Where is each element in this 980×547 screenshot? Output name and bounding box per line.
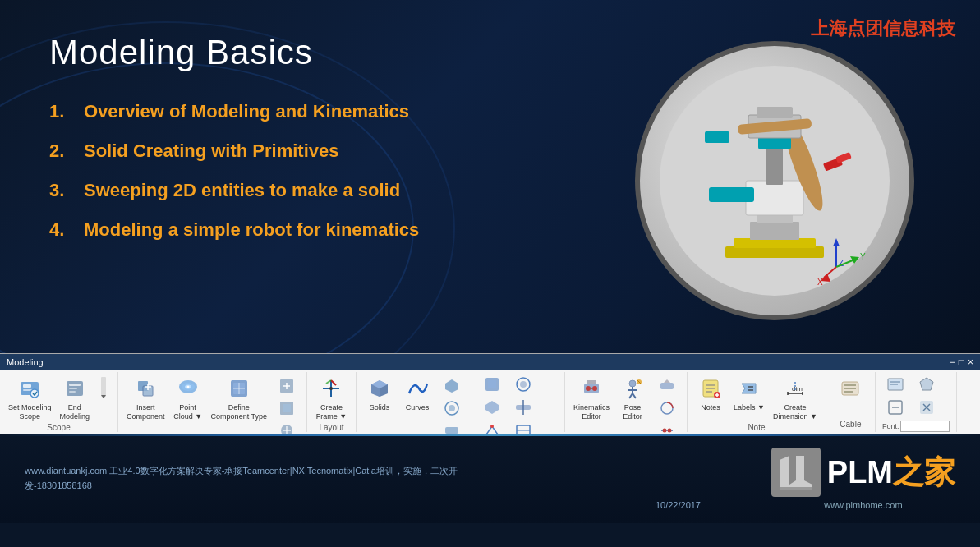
footer-website: www.diantuankj.com [25,466,107,476]
list-text-2: Solid Creating with Primitives [84,140,339,162]
svg-point-66 [449,405,455,411]
geometry-small-btn-2[interactable] [437,398,467,419]
list-text-1: Overview of Modeling and Kinematics [84,101,409,122]
geometry-small-btn-1[interactable] [437,375,467,397]
svg-point-59 [329,387,333,390]
create-frame-button[interactable]: CreateFrame ▼ [313,374,350,423]
pmi-btn-4[interactable] [912,397,941,418]
geometry-small-icon-1 [442,376,462,396]
svg-marker-118 [920,378,933,390]
create-dimension-button[interactable]: dim CreateDimension ▼ [770,374,821,423]
svg-rect-90 [660,383,674,389]
labels-icon [736,375,762,402]
set-modeling-scope-icon [16,375,43,402]
svg-rect-12 [757,107,793,118]
ribbon-group-scope: Set ModelingScope EndModeling [0,372,118,432]
plm-website: www.plmhome.com [824,500,902,510]
svg-point-94 [663,429,667,433]
entity-btn-3[interactable] [477,397,507,418]
notes-label: Notes [701,403,720,411]
component-small-btn-1[interactable] [272,375,301,397]
solids-button[interactable]: Solids [361,374,398,413]
labels-button[interactable]: Labels ▼ [730,374,768,413]
ribbon-group-pmi: Font: PMI [876,372,958,432]
pmi-btn-2[interactable] [912,374,941,395]
svg-marker-64 [445,379,458,393]
point-cloud-label: PointCloud ▼ [173,403,202,421]
svg-rect-32 [69,391,76,393]
pmi-btn-3[interactable] [881,397,910,418]
layout-group-label: Layout [319,423,343,434]
define-component-type-button[interactable]: DefineComponent Type [208,374,270,423]
svg-rect-69 [488,380,496,388]
ribbon-group-layout: CreateFrame ▼ Layout [307,372,357,432]
scope-group-label: Scope [47,423,70,434]
pmi-btn-1[interactable] [881,374,910,395]
component-small-btn-2[interactable] [272,398,301,419]
plm-logo-icon [771,448,821,497]
point-cloud-button[interactable]: PointCloud ▼ [170,374,206,423]
svg-point-28 [30,389,39,398]
insert-component-button[interactable]: InsertComponent [123,374,168,423]
set-modeling-scope-button[interactable]: Set ModelingScope [5,374,55,423]
plm-logo-text-area: PLM之家 [827,457,955,488]
notes-button[interactable]: Notes [692,374,729,413]
labels-label: Labels ▼ [734,403,765,411]
list-num-2: 2. [49,140,74,162]
component-small-icon-2 [277,398,297,418]
minimize-button[interactable]: − [950,356,955,368]
scope-dropdown-button[interactable] [94,374,113,403]
font-label: Font: [882,422,899,430]
svg-rect-5 [746,181,803,215]
svg-point-83 [629,380,636,387]
note-group-label: Note [748,423,765,434]
svg-rect-33 [101,377,106,397]
svg-rect-3 [750,222,799,240]
svg-rect-30 [69,384,81,386]
list-text-3: Sweeping 2D entities to make a solid [84,180,400,201]
create-frame-icon [318,375,344,402]
ribbon-group-entity-level: Entity Level [472,372,565,432]
notes-icon [697,375,724,402]
set-modeling-scope-label: Set ModelingScope [8,403,52,421]
insert-component-label: InsertComponent [127,403,165,421]
pmi-icon-3 [886,398,905,417]
ribbon-title-bar: Modeling − □ × [0,354,980,370]
footer-bar: www.diantuankj.com 工业4.0数字化方案解决专家-承接Team… [0,434,980,523]
ribbon-body: Set ModelingScope EndModeling [0,370,980,434]
create-dimension-icon: dim [782,375,808,402]
close-button[interactable]: × [968,356,973,368]
end-modeling-button[interactable]: EndModeling [57,374,94,423]
ribbon-group-kinematic-device: KinematicsEditor Po [565,372,688,432]
pmi-icon-2 [917,375,936,394]
entity-btn-4[interactable] [508,397,538,418]
entity-btn-1[interactable] [477,374,507,395]
kinematic-small-icon-2 [657,398,677,418]
ribbon-title-text: Modeling [7,357,44,367]
kinematic-small-btn-1[interactable] [652,375,682,397]
svg-rect-31 [69,388,77,389]
curves-button[interactable]: Curves [399,374,435,413]
slide-list: 1. Overview of Modeling and Kinematics 2… [49,101,586,241]
ribbon-group-geometry: Solids Curves [357,372,472,432]
svg-point-75 [490,425,494,428]
create-dimension-label: CreateDimension ▼ [773,403,817,421]
kinematics-editor-button[interactable]: KinematicsEditor [570,374,613,423]
solids-icon [366,375,393,402]
entity-btn-2[interactable] [508,374,538,395]
pose-editor-button[interactable]: PoseEditor [614,374,651,423]
entity-icon-3 [482,398,502,417]
font-input[interactable] [900,421,950,432]
svg-marker-103 [742,384,756,393]
svg-marker-34 [101,395,106,398]
maximize-button[interactable]: □ [959,356,964,368]
slide-title: Modeling Basics [49,33,586,72]
plm-logo-area: PLM之家 [771,448,955,497]
ribbon-container: Modeling − □ × [0,353,980,434]
cable-group-label: Cable [840,420,861,430]
kinematic-small-btn-2[interactable] [652,398,682,419]
company-logo: 上海点团信息科技 [811,16,955,41]
pose-editor-icon [619,375,646,402]
cable-button[interactable] [832,374,868,403]
ribbon-title-controls: − □ × [950,356,973,368]
